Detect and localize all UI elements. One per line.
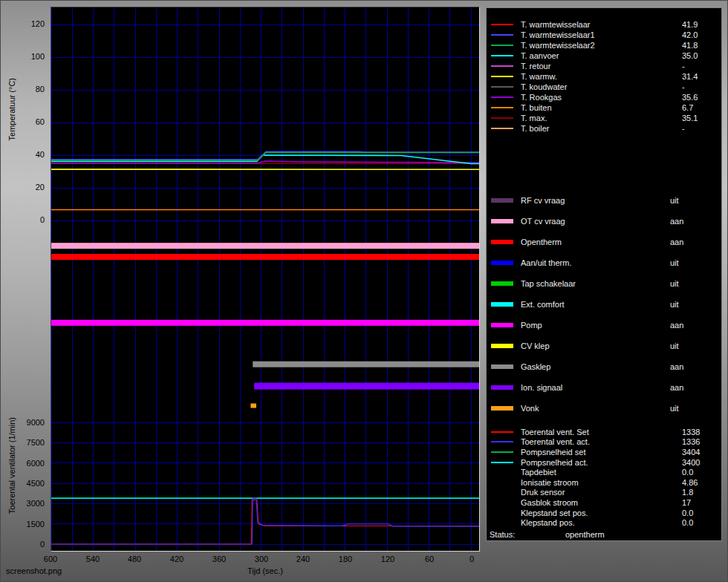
x-tick-label: 120 xyxy=(376,555,400,563)
y-tick-label: 20 xyxy=(36,183,45,192)
legend-label: T. max. xyxy=(521,114,547,122)
legend-color-swatch xyxy=(491,55,513,56)
legend-label: Gasblok stroom xyxy=(521,498,578,507)
series-toerental-vent-act- xyxy=(51,498,479,544)
legend-value: aan xyxy=(670,217,683,226)
legend-value: - xyxy=(682,62,685,71)
legend-row: Klepstand set pos.0.0 xyxy=(487,508,721,518)
legend-color-swatch xyxy=(491,261,513,265)
legend-value: 1.8 xyxy=(682,488,693,497)
legend-row: T. boiler- xyxy=(487,123,721,134)
legend-color-swatch xyxy=(491,462,513,463)
legend-value: uit xyxy=(670,341,679,350)
y-tick-label: 80 xyxy=(36,85,45,94)
legend-row: Toerental vent. Set1338 xyxy=(487,427,721,437)
legend-color-swatch xyxy=(491,76,513,77)
y-tick-label: 4500 xyxy=(27,479,45,488)
legend-value: aan xyxy=(670,321,683,330)
legend-label: T. warmtewisselaar2 xyxy=(521,41,595,50)
legend-row: Aan/uit therm.uit xyxy=(487,252,721,273)
status-bar-ion-signaal xyxy=(254,383,479,390)
legend-label: T. boiler xyxy=(521,124,550,133)
legend-color-swatch xyxy=(491,117,513,119)
legend-label: Tapdebiet xyxy=(521,468,556,477)
legend-row: Pompaan xyxy=(487,315,721,336)
legend-row: CV klepuit xyxy=(487,336,721,356)
legend-row: Pompsnelheid set3404 xyxy=(487,447,721,457)
legend-color-swatch xyxy=(491,34,513,36)
legend-row: Ionisatie stroom4.86 xyxy=(487,477,721,488)
x-tick-label: 540 xyxy=(81,555,105,563)
temperature-legend-group: T. warmtewisselaar41.9T. warmtewisselaar… xyxy=(487,19,721,134)
legend-value: uit xyxy=(670,300,679,309)
chart-plot-area xyxy=(51,7,480,552)
legend-row: T. warmtewisselaar142.0 xyxy=(487,30,721,40)
chart-canvas xyxy=(51,7,479,551)
legend-row: T. koudwater- xyxy=(487,82,721,92)
filename-caption: screenshot.png xyxy=(6,566,62,575)
status-bar-ot-cv-vraag xyxy=(51,243,479,249)
legend-value: 41.8 xyxy=(682,41,698,50)
legend-label: Toerental vent. act. xyxy=(521,437,590,446)
legend-row: Gasklepaan xyxy=(487,356,721,377)
measurement-legend-group: Toerental vent. Set1338Toerental vent. a… xyxy=(487,427,721,528)
status-bar-pomp xyxy=(51,320,479,326)
legend-value: uit xyxy=(670,404,679,413)
y-axis-tick-labels: 1201008060402009000750060004500300015000 xyxy=(13,0,48,582)
legend-value: 0.0 xyxy=(682,509,693,517)
y-tick-label: 9000 xyxy=(27,418,45,427)
legend-label: Klepstand pos. xyxy=(521,518,575,527)
legend-label: T. retour xyxy=(521,62,550,71)
legend-value: 42.0 xyxy=(682,30,698,39)
legend-row: T. aanvoer35.0 xyxy=(487,50,721,61)
legend-label: RF cv vraag xyxy=(521,196,565,205)
legend-color-swatch xyxy=(491,107,513,108)
legend-label: Aan/uit therm. xyxy=(521,258,571,267)
legend-value: - xyxy=(682,124,685,133)
status-line: Status: opentherm xyxy=(490,529,721,540)
status-bar-gasklep xyxy=(253,362,479,367)
x-tick-label: 180 xyxy=(334,555,357,563)
legend-row: Toerental vent. act.1336 xyxy=(487,437,721,448)
legend-value: 41.9 xyxy=(682,20,698,29)
y-tick-label: 0 xyxy=(40,540,45,549)
x-axis-title: Tijd (sec.) xyxy=(51,566,480,575)
y-tick-label: 6000 xyxy=(27,459,45,468)
status-bar-opentherm xyxy=(51,254,479,260)
legend-color-swatch xyxy=(491,86,513,88)
legend-color-swatch xyxy=(491,24,513,25)
legend-row: T. Rookgas35.6 xyxy=(487,92,721,102)
legend-row: T. warmtewisselaar241.8 xyxy=(487,40,721,50)
legend-color-swatch xyxy=(491,431,513,433)
legend-row: Klepstand pos.0.0 xyxy=(487,517,721,528)
legend-color-swatch xyxy=(491,65,513,67)
legend-label: OT cv vraag xyxy=(521,217,565,226)
legend-value: 3400 xyxy=(682,458,700,467)
legend-color-swatch xyxy=(491,302,513,307)
legend-label: Ion. signaal xyxy=(521,383,562,392)
legend-label: Klepstand set pos. xyxy=(521,509,588,517)
legend-row: T. warmw.31.4 xyxy=(487,71,721,82)
legend-color-swatch xyxy=(491,451,513,453)
legend-label: Toerental vent. Set xyxy=(521,428,589,436)
legend-value: uit xyxy=(670,196,679,205)
legend-value: uit xyxy=(670,279,679,288)
legend-label: T. warmtewisselaar xyxy=(521,20,591,29)
legend-value: 4.86 xyxy=(682,478,698,487)
legend-row: T. buiten6.7 xyxy=(487,102,721,113)
legend-color-swatch xyxy=(491,198,513,203)
status-bar-vonk xyxy=(250,404,256,408)
legend-label: Ext. comfort xyxy=(521,300,565,309)
legend-label: Vonk xyxy=(521,404,539,413)
legend-label: CV klep xyxy=(521,341,550,350)
legend-row: Tapdebiet0.0 xyxy=(487,467,721,477)
y-tick-label: 7500 xyxy=(27,438,45,447)
legend-color-swatch xyxy=(491,281,513,286)
legend-value: - xyxy=(682,82,685,91)
legend-value: 0.0 xyxy=(682,518,693,527)
legend-value: aan xyxy=(670,362,683,371)
legend-row: OT cv vraagaan xyxy=(487,211,721,232)
legend-row: Tap schakelaaruit xyxy=(487,273,721,294)
legend-label: Druk sensor xyxy=(521,488,565,497)
status-line-value: opentherm xyxy=(565,530,605,539)
